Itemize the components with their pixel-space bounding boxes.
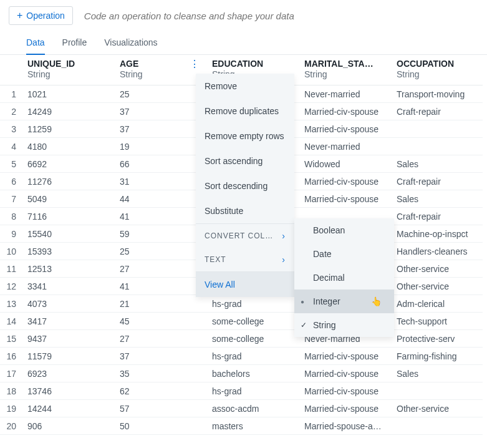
cell-education[interactable]: assoc-acdm — [206, 400, 298, 417]
cell-age[interactable]: 27 — [113, 330, 206, 348]
menu-item-sort-descending[interactable]: Sort descending — [196, 173, 294, 198]
cell-unique-id[interactable]: 13746 — [21, 382, 113, 400]
tab-data[interactable]: Data — [26, 31, 45, 55]
cell-unique-id[interactable]: 5049 — [21, 190, 113, 208]
submenu-item-decimal[interactable]: Decimal — [294, 266, 394, 290]
cell-age[interactable]: 41 — [113, 278, 206, 295]
cell-unique-id[interactable]: 4073 — [21, 295, 113, 313]
cell-occupation[interactable]: Craft-repair — [390, 103, 483, 120]
submenu-item-string[interactable]: ✓ String — [294, 313, 394, 337]
cell-unique-id[interactable]: 1021 — [21, 85, 113, 103]
cell-occupation[interactable] — [390, 138, 483, 155]
cell-age[interactable]: 66 — [113, 155, 206, 173]
cell-education[interactable]: masters — [206, 417, 298, 435]
menu-item-substitute[interactable]: Substitute — [196, 198, 294, 223]
cell-unique-id[interactable]: 9437 — [21, 330, 113, 348]
cell-age[interactable]: 57 — [113, 400, 206, 417]
cell-marital-status[interactable]: Married-civ-spouse — [298, 173, 390, 190]
cell-marital-status[interactable]: Widowed — [298, 155, 390, 173]
cell-unique-id[interactable]: 14244 — [21, 400, 113, 417]
cell-occupation[interactable]: Handlers-cleaners — [390, 243, 483, 260]
cell-education[interactable]: some-college — [206, 313, 298, 330]
cell-unique-id[interactable]: 11579 — [21, 348, 113, 365]
cell-occupation[interactable]: Craft-repair — [390, 173, 483, 190]
cell-unique-id[interactable]: 15540 — [21, 225, 113, 243]
cell-marital-status[interactable]: Married-civ-spouse — [298, 103, 390, 120]
cell-occupation[interactable]: Protective-serv — [390, 330, 483, 348]
submenu-item-date[interactable]: Date — [294, 242, 394, 266]
cell-age[interactable]: 62 — [113, 382, 206, 400]
cell-age[interactable]: 21 — [113, 295, 206, 313]
cell-unique-id[interactable]: 7116 — [21, 208, 113, 225]
cell-age[interactable]: 37 — [113, 120, 206, 138]
cell-occupation[interactable]: Other-service — [390, 260, 483, 278]
cell-marital-status[interactable]: Never-married — [298, 138, 390, 155]
cell-occupation[interactable] — [390, 382, 483, 400]
cell-marital-status[interactable]: Married-civ-spouse — [298, 365, 390, 382]
cell-unique-id[interactable]: 6692 — [21, 155, 113, 173]
cell-marital-status[interactable]: Married-civ-spouse — [298, 382, 390, 400]
cell-education[interactable]: hs-grad — [206, 348, 298, 365]
cell-unique-id[interactable]: 4180 — [21, 138, 113, 155]
column-menu-icon[interactable]: ⋮ — [190, 60, 200, 69]
cell-age[interactable]: 25 — [113, 243, 206, 260]
cell-occupation[interactable]: Sales — [390, 365, 483, 382]
cell-marital-status[interactable]: Married-civ-spouse — [298, 120, 390, 138]
cell-unique-id[interactable]: 3417 — [21, 313, 113, 330]
menu-item-view-all[interactable]: View All — [196, 271, 294, 297]
cell-unique-id[interactable]: 14249 — [21, 103, 113, 120]
cell-age[interactable]: 45 — [113, 313, 206, 330]
cell-occupation[interactable]: Adm-clerical — [390, 295, 483, 313]
column-header-unique-id[interactable]: UNIQUE_ID String — [21, 55, 113, 85]
cell-age[interactable]: 31 — [113, 173, 206, 190]
cell-marital-status[interactable]: Married-spouse-ab… — [298, 417, 390, 435]
menu-item-remove[interactable]: Remove — [196, 74, 294, 99]
cell-unique-id[interactable]: 3341 — [21, 278, 113, 295]
cell-unique-id[interactable]: 15393 — [21, 243, 113, 260]
cell-occupation[interactable]: Tech-support — [390, 313, 483, 330]
cell-occupation[interactable]: Transport-moving — [390, 85, 483, 103]
cell-unique-id[interactable]: 906 — [21, 417, 113, 435]
cell-unique-id[interactable]: 11276 — [21, 173, 113, 190]
cell-education[interactable]: some-college — [206, 330, 298, 348]
menu-item-sort-ascending[interactable]: Sort ascending — [196, 149, 294, 173]
menu-group-convert-column[interactable]: CONVERT COL… › — [196, 223, 294, 248]
cell-age[interactable]: 27 — [113, 260, 206, 278]
tab-profile[interactable]: Profile — [62, 31, 87, 55]
tab-visualizations[interactable]: Visualizations — [104, 31, 157, 55]
cell-occupation[interactable]: Sales — [390, 190, 483, 208]
cell-occupation[interactable]: Machine-op-inspct — [390, 225, 483, 243]
cell-age[interactable]: 35 — [113, 365, 206, 382]
submenu-item-integer[interactable]: ● Integer 👆 — [294, 290, 394, 313]
menu-item-remove-duplicates[interactable]: Remove duplicates — [196, 99, 294, 124]
cell-education[interactable]: bachelors — [206, 365, 298, 382]
cell-occupation[interactable]: Craft-repair — [390, 208, 483, 225]
column-header-occupation[interactable]: OCCUPATION String — [390, 55, 483, 85]
cell-age[interactable]: 19 — [113, 138, 206, 155]
cell-marital-status[interactable]: Never-married — [298, 85, 390, 103]
cell-marital-status[interactable]: Married-civ-spouse — [298, 348, 390, 365]
cell-age[interactable]: 41 — [113, 208, 206, 225]
cell-occupation[interactable]: Sales — [390, 155, 483, 173]
cell-education[interactable]: hs-grad — [206, 382, 298, 400]
cell-age[interactable]: 37 — [113, 103, 206, 120]
menu-item-remove-empty-rows[interactable]: Remove empty rows — [196, 124, 294, 149]
cell-occupation[interactable] — [390, 120, 483, 138]
cell-age[interactable]: 25 — [113, 85, 206, 103]
cell-unique-id[interactable]: 11259 — [21, 120, 113, 138]
cell-marital-status[interactable]: Married-civ-spouse — [298, 400, 390, 417]
cell-occupation[interactable]: Other-service — [390, 400, 483, 417]
cell-marital-status[interactable]: Married-civ-spouse — [298, 190, 390, 208]
code-operation-input[interactable] — [84, 11, 478, 21]
column-header-marital-status[interactable]: MARITAL_STA… String — [298, 55, 390, 85]
cell-age[interactable]: 44 — [113, 190, 206, 208]
cell-age[interactable]: 50 — [113, 417, 206, 435]
cell-unique-id[interactable]: 12513 — [21, 260, 113, 278]
cell-age[interactable]: 37 — [113, 348, 206, 365]
column-header-age[interactable]: ⋮ AGE String — [113, 55, 206, 85]
cell-occupation[interactable] — [390, 417, 483, 435]
cell-age[interactable]: 59 — [113, 225, 206, 243]
cell-occupation[interactable]: Other-service — [390, 278, 483, 295]
operation-button[interactable]: + Operation — [9, 6, 73, 25]
submenu-item-boolean[interactable]: Boolean — [294, 218, 394, 242]
